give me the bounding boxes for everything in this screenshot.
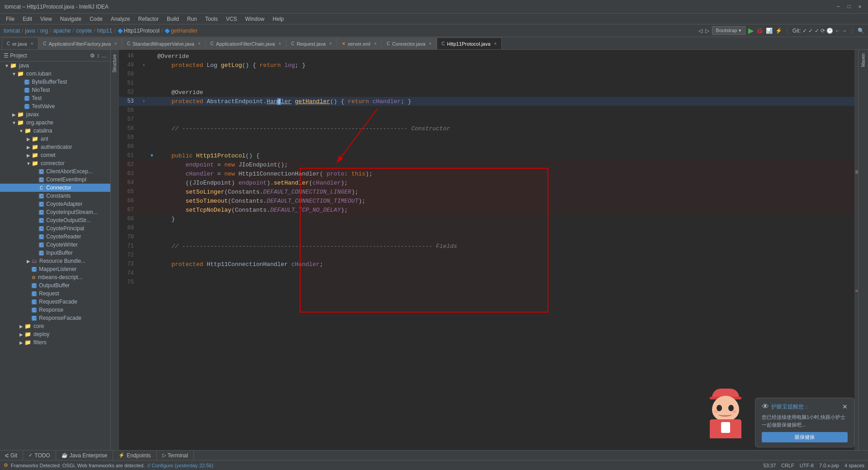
tree-deploy[interactable]: ▶ 📁 deploy (0, 330, 110, 338)
nav-http11[interactable]: http11 (97, 28, 112, 34)
tree-comet-event-impl[interactable]: C CometEventImpl (0, 176, 110, 184)
tab-close-er[interactable]: × (31, 41, 33, 46)
framework-icon: ⚙ (4, 462, 8, 468)
tab-close-afc[interactable]: × (278, 41, 281, 46)
tree-comet[interactable]: ▶ 📁 comet (0, 151, 110, 159)
debug-icon[interactable]: 🐞 (756, 28, 763, 34)
tree-mapper-listener[interactable]: C MapperListener (0, 265, 110, 273)
tree-mbeans[interactable]: ⚙ mbeans-descript... (0, 273, 110, 281)
notification-action-button[interactable]: 眼保健操 (762, 432, 848, 442)
nav-class[interactable]: 🔷Http11Protocol (118, 28, 160, 34)
tree-coyote-principal[interactable]: C CoyotePrincipal (0, 224, 110, 233)
nav-back-icon[interactable]: ◁ (698, 28, 703, 34)
tree-request-file[interactable]: C Request (0, 290, 110, 298)
tree-client-abort[interactable]: C ClientAbortExcep... (0, 167, 110, 176)
tab-close-h11[interactable]: × (494, 41, 497, 46)
maximize-button[interactable]: □ (845, 3, 853, 10)
tree-connector-folder[interactable]: ▼ 📁 connector (0, 159, 110, 167)
tab-application-filter-factory[interactable]: C ApplicationFilterFactory.java × (38, 38, 122, 49)
tree-java[interactable]: ▼ 📁 java (0, 62, 110, 70)
tree-test[interactable]: C Test (0, 94, 110, 102)
coverage-icon[interactable]: 📊 (766, 28, 773, 34)
tree-input-buffer[interactable]: C InputBuffer (0, 249, 110, 257)
tree-core[interactable]: ▶ 📁 core (0, 322, 110, 330)
maven-panel-tab[interactable]: Maven (861, 53, 866, 67)
configure-link[interactable]: // Configure (yesterday 22:56) (147, 463, 213, 468)
search-icon[interactable]: 🔍 (858, 28, 864, 34)
nav-org[interactable]: org (40, 28, 48, 34)
tree-javax[interactable]: ▶ 📁 javax (0, 110, 110, 119)
tab-standard-wrapper-valve[interactable]: C StandardWrapperValve.java × (122, 38, 206, 49)
tree-authenticator[interactable]: ▶ 📁 authenticator (0, 143, 110, 151)
tree-coyote-output-stream[interactable]: C CoyoteOutputStr... (0, 216, 110, 224)
menu-window[interactable]: Window (241, 15, 268, 23)
menu-refactor[interactable]: Refactor (135, 15, 162, 23)
tree-niotest[interactable]: C NioTest (0, 86, 110, 94)
menu-file[interactable]: File (2, 15, 18, 23)
nav-tomcat[interactable]: tomcat (4, 28, 20, 34)
tab-close-swv[interactable]: × (198, 41, 201, 46)
tab-close-aff[interactable]: × (114, 41, 117, 46)
tab-application-filter-chain[interactable]: C ApplicationFilterChain.java × (206, 38, 286, 49)
close-button[interactable]: ✕ (856, 3, 863, 10)
tab-http11protocol[interactable]: C Http11Protocol.java × (437, 38, 502, 49)
minimize-button[interactable]: ─ (835, 3, 842, 10)
sidebar-collapse-icon[interactable]: ↕ (97, 52, 99, 59)
tree-com-luban[interactable]: ▼ 📁 com.luban (0, 70, 110, 78)
tab-close-con[interactable]: × (429, 41, 432, 46)
tree-coyote-reader[interactable]: C CoyoteReader (0, 233, 110, 241)
menu-run[interactable]: Run (184, 15, 201, 23)
sidebar-more-icon[interactable]: … (101, 52, 107, 59)
todo-tab[interactable]: ✓ TODO (23, 451, 56, 461)
sidebar-settings-icon[interactable]: ⚙ (90, 52, 95, 59)
nav-java[interactable]: java (25, 28, 35, 34)
tree-connector-file[interactable]: C Connector (0, 184, 110, 192)
profile-icon[interactable]: ⚡ (775, 28, 782, 34)
endpoints-tab[interactable]: ⚡ Endpoints (113, 451, 156, 461)
tree-coyote-input-stream[interactable]: C CoyoteInputStream... (0, 208, 110, 216)
tree-bytebuffertest[interactable]: C ByteBufferTest (0, 78, 110, 86)
tree-coyote-adapter[interactable]: C CoyoteAdapter (0, 200, 110, 208)
tree-org-apache[interactable]: ▼ 📁 org.apache (0, 119, 110, 127)
tree-testvalve[interactable]: C TestValve (0, 102, 110, 110)
tab-connector[interactable]: C Connector.java × (382, 38, 436, 49)
tree-coyote-writer[interactable]: C CoyoteWriter (0, 241, 110, 249)
tree-ant[interactable]: ▶ 📁 ant (0, 135, 110, 143)
tree-request-facade[interactable]: C RequestFacade (0, 298, 110, 306)
nav-coyote[interactable]: coyote (76, 28, 92, 34)
tree-output-buffer[interactable]: C OutputBuffer (0, 281, 110, 290)
menu-tools[interactable]: Tools (202, 15, 222, 23)
menu-analyze[interactable]: Analyze (107, 15, 134, 23)
terminal-tab[interactable]: ▷ Terminal (157, 451, 194, 461)
tree-filters[interactable]: ▶ 📁 filters (0, 338, 110, 347)
git-tab[interactable]: ⑆ Git (0, 451, 23, 461)
tree-response[interactable]: C Response (0, 306, 110, 314)
menu-view[interactable]: View (37, 15, 56, 23)
tree-constants[interactable]: C Constants (0, 192, 110, 200)
menu-code[interactable]: Code (86, 15, 106, 23)
menu-edit[interactable]: Edit (19, 15, 36, 23)
gutter-structure-tab[interactable]: Structure (112, 54, 117, 73)
tab-close-srv[interactable]: × (374, 41, 377, 46)
tab-er-java[interactable]: C er.java × (2, 38, 38, 49)
scroll-marker-2 (855, 290, 858, 292)
bootstrap-dropdown[interactable]: Bootstrap ▾ (712, 26, 745, 35)
java-enterprise-tab[interactable]: ☕ Java Enterprise (56, 451, 113, 461)
right-scroll-strip[interactable] (854, 50, 858, 450)
tab-close-req[interactable]: × (329, 41, 332, 46)
run-icon[interactable]: ▶ (748, 26, 754, 35)
tab-request[interactable]: C Request.java × (286, 38, 337, 49)
nav-apache[interactable]: apache (53, 28, 71, 34)
notification-close-button[interactable]: ✕ (842, 403, 848, 410)
tree-response-facade[interactable]: C ResponseFacade (0, 314, 110, 322)
tab-server-xml[interactable]: ✕ server.xml × (337, 38, 382, 49)
menu-navigate[interactable]: Navigate (57, 15, 85, 23)
nav-method[interactable]: 🔷getHandler (165, 28, 198, 34)
menu-build[interactable]: Build (163, 15, 183, 23)
menu-vcs[interactable]: VCS (222, 15, 241, 23)
tree-catalina[interactable]: ▼ 📁 catalina (0, 127, 110, 135)
tree-resource-bundle[interactable]: ▶ 🗂 Resource Bundle... (0, 257, 110, 265)
menu-help[interactable]: Help (269, 15, 288, 23)
code-editor[interactable]: 48 @Override 49 ⬆ protected Log getLog()… (111, 50, 858, 450)
nav-forward-icon[interactable]: ▷ (705, 28, 709, 34)
